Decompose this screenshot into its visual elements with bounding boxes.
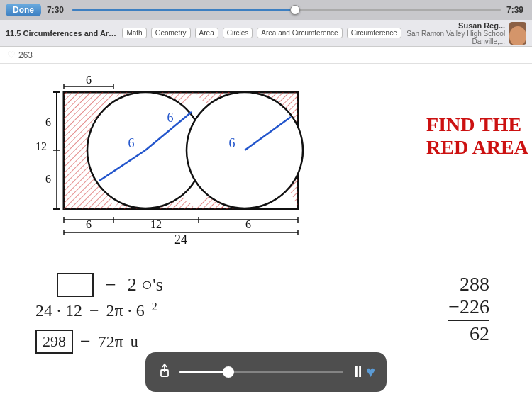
controls-thumb[interactable] xyxy=(223,366,234,378)
instructor-school: San Ramon Valley High School Danville,..… xyxy=(406,30,505,45)
svg-text:12: 12 xyxy=(35,140,47,152)
share-button[interactable] xyxy=(157,363,172,382)
red-area-line1: FIND THE xyxy=(426,113,528,136)
instructor-section: Susan Reg... San Ramon Valley High Schoo… xyxy=(406,21,526,45)
two-circles-label: 2 ○'s xyxy=(128,274,163,296)
math-row2: 24 · 12 − 2π · 6 2 xyxy=(35,301,157,320)
time-remaining: 7:39 xyxy=(506,5,526,15)
answer-box: 298 xyxy=(35,330,73,354)
video-controls: ⏸ ♥ xyxy=(145,352,387,392)
like-heart-icon: ♥ xyxy=(366,363,375,381)
diagram-svg: 6 6 12 6 6 12 6 24 6 6 6 xyxy=(21,71,369,262)
likes-bar: ♡ 263 xyxy=(0,47,532,64)
unit-u: u xyxy=(131,332,138,351)
svg-text:6: 6 xyxy=(245,218,251,230)
svg-text:6: 6 xyxy=(45,173,51,185)
avatar xyxy=(509,22,526,45)
calc-val2: −226 xyxy=(448,296,489,321)
heart-icon: ♡ xyxy=(7,50,16,60)
minus-sign-3: − xyxy=(80,331,91,352)
svg-text:24: 24 xyxy=(174,232,187,247)
svg-text:6: 6 xyxy=(128,136,135,150)
tag-area-circumference[interactable]: Area and Circumference xyxy=(257,28,342,38)
rect-symbol xyxy=(57,273,94,297)
tag-geometry[interactable]: Geometry xyxy=(151,28,191,38)
title-bar: 11.5 Circumferences and Areas of Circ...… xyxy=(0,20,532,47)
svg-text:6: 6 xyxy=(45,116,51,128)
pause-icon: ⏸ xyxy=(350,363,366,381)
tag-area[interactable]: Area xyxy=(195,28,218,38)
lesson-title: 11.5 Circumferences and Areas of Circ... xyxy=(6,29,118,38)
multiplication-24-12: 24 · 12 xyxy=(35,301,82,320)
controls-fill xyxy=(179,371,228,373)
instructor-name: Susan Reg... xyxy=(406,21,505,30)
progress-track[interactable] xyxy=(72,9,501,11)
calc-val1: 288 xyxy=(448,273,489,296)
avatar-face xyxy=(509,26,526,45)
likes-count: 263 xyxy=(18,50,33,60)
done-button[interactable]: Done xyxy=(6,4,41,16)
svg-text:6: 6 xyxy=(86,218,92,230)
svg-text:6: 6 xyxy=(167,111,174,125)
red-area-line2: RED AREA xyxy=(426,136,528,159)
tag-circles[interactable]: Circles xyxy=(223,28,253,38)
svg-text:6: 6 xyxy=(86,74,92,86)
like-button[interactable]: ♥ xyxy=(366,363,375,381)
calc-column: 288 −226 62 xyxy=(448,273,489,345)
controls-scrubber[interactable] xyxy=(179,371,343,373)
top-bar: Done 7:30 7:39 xyxy=(0,0,532,20)
pause-button[interactable]: ⏸ xyxy=(350,363,366,381)
main-content: 6 6 12 6 6 12 6 24 6 6 6 FIND THE RED AR… xyxy=(0,64,532,399)
formula-2pi-6sq: 2π · 6 xyxy=(106,301,145,320)
progress-thumb[interactable] xyxy=(290,5,300,15)
progress-fill xyxy=(72,9,295,11)
find-red-area-text: FIND THE RED AREA xyxy=(426,113,528,159)
tag-math[interactable]: Math xyxy=(122,28,146,38)
math-row3: 298 − 72π u xyxy=(35,330,138,354)
tag-circumference[interactable]: Circumference xyxy=(347,28,401,38)
minus-sign-1: − xyxy=(105,274,116,296)
minus-sign-2: − xyxy=(89,301,99,320)
svg-text:12: 12 xyxy=(150,218,162,230)
calc-val3: 62 xyxy=(448,321,489,345)
exponent-2: 2 xyxy=(152,300,157,313)
instructor-info: Susan Reg... San Ramon Valley High Schoo… xyxy=(406,21,505,45)
time-elapsed: 7:30 xyxy=(47,5,67,15)
result-72pi: 72π xyxy=(98,332,123,352)
svg-text:6: 6 xyxy=(229,136,235,150)
math-row1: − 2 ○'s xyxy=(57,273,163,297)
